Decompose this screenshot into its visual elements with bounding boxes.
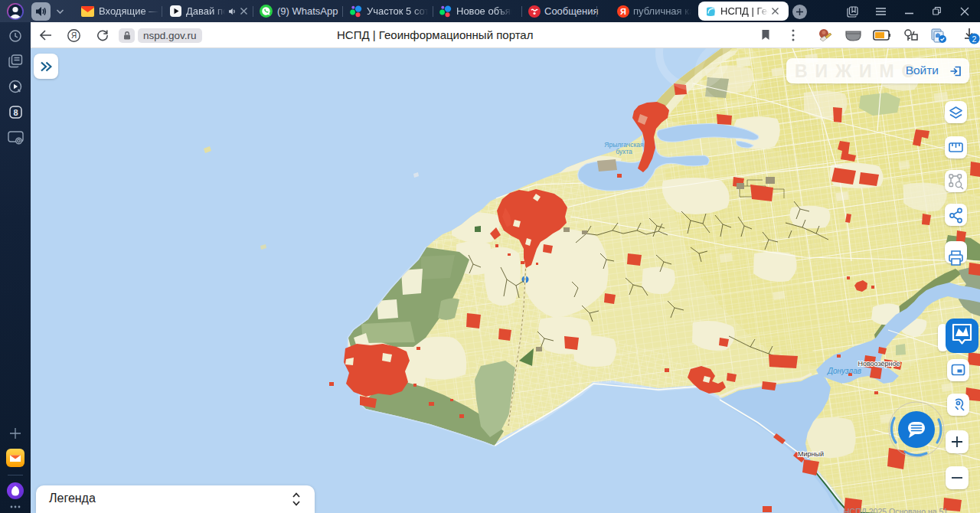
svg-text:Я: Я [620,7,626,16]
svg-text:Донузлав: Донузлав [827,367,861,375]
svg-text:Я: Я [71,31,77,40]
svg-text:бухта: бухта [616,148,632,155]
svg-text:2: 2 [972,34,977,44]
svg-text:Мирный: Мирный [798,450,824,458]
svg-text:8: 8 [13,108,18,117]
